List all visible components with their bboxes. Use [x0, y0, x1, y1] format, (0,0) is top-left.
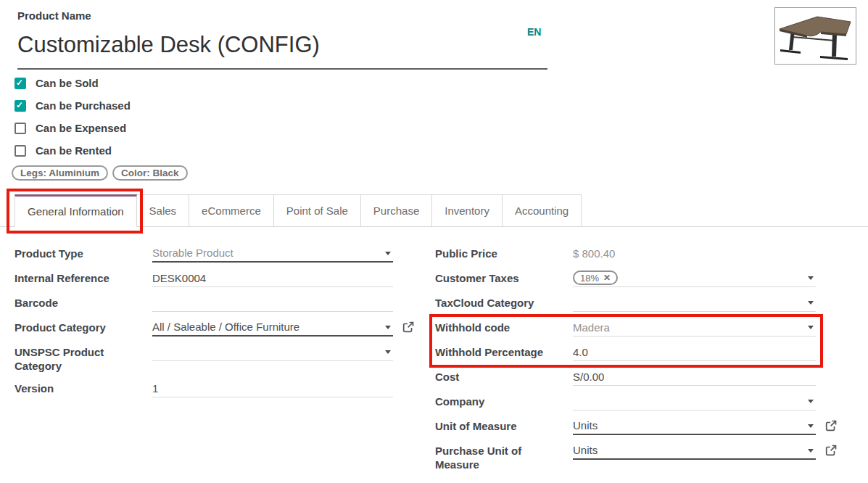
field-input-barcode[interactable]	[152, 294, 393, 312]
product-name-field-label: Product Name	[17, 9, 91, 22]
tax-tag-18: 18%✕	[573, 271, 618, 285]
field-value-version: 1	[152, 382, 158, 395]
external-link-icon[interactable]	[402, 321, 414, 333]
variant-tags: Legs: AluminiumColor: Black	[12, 165, 188, 181]
field-row-product-category: Product CategoryAll / Saleable / Office …	[15, 318, 431, 337]
field-input-withhold-percentage[interactable]: 4.0	[573, 343, 816, 361]
checkbox-label: Can be Expensed	[36, 122, 126, 134]
field-row-unspsc-product-category: UNSPSC Product Category	[15, 343, 431, 373]
field-input-product-type[interactable]: Storable Product	[152, 244, 393, 263]
field-row-product-type: Product TypeStorable Product	[15, 244, 431, 263]
field-row-public-price: Public Price$ 800.40	[435, 244, 868, 263]
fields-right-column: Public Price$ 800.40Customer Taxes18%✕Ta…	[435, 244, 868, 478]
dropdown-caret-icon[interactable]	[808, 400, 814, 403]
checkbox-label: Can be Purchased	[36, 99, 131, 112]
field-label-unspsc-product-category: UNSPSC Product Category	[15, 343, 152, 373]
tab-inventory[interactable]: Inventory	[432, 194, 503, 226]
checkbox-row-can-be-rented: Can be Rented	[15, 144, 131, 157]
checkbox-row-can-be-purchased: ✓Can be Purchased	[15, 99, 131, 112]
checkbox-row-can-be-expensed: Can be Expensed	[15, 122, 131, 134]
field-label-internal-reference: Internal Reference	[15, 269, 152, 285]
checkbox-label: Can be Rented	[36, 144, 112, 157]
field-row-withhold-code: Withhold codeMadera	[435, 318, 868, 337]
odoo-product-form: { "header": { "field_label": "Product Na…	[0, 0, 868, 483]
field-row-customer-taxes: Customer Taxes18%✕	[435, 269, 868, 287]
field-label-customer-taxes: Customer Taxes	[435, 269, 573, 285]
external-link-icon[interactable]	[825, 420, 837, 432]
field-input-internal-reference[interactable]: DESK0004	[152, 269, 393, 287]
field-label-taxcloud-category: TaxCloud Category	[435, 294, 573, 310]
field-label-purchase-unit-of-measure: Purchase Unit of Measure	[435, 442, 573, 471]
language-badge[interactable]: EN	[527, 26, 541, 38]
dropdown-caret-icon[interactable]	[808, 449, 814, 453]
tax-tag-label: 18%	[580, 273, 599, 284]
dropdown-caret-icon[interactable]	[385, 326, 391, 329]
checkbox-can-be-rented[interactable]	[15, 145, 26, 157]
field-input-product-category[interactable]: All / Saleable / Office Furniture	[152, 318, 393, 337]
field-input-version[interactable]: 1	[152, 379, 393, 397]
field-input-purchase-unit-of-measure[interactable]: Units	[573, 442, 816, 460]
field-value-unit-of-measure: Units	[573, 419, 598, 432]
field-row-internal-reference: Internal ReferenceDESK0004	[15, 269, 431, 287]
field-value-purchase-unit-of-measure: Units	[573, 444, 598, 456]
fields-left-column: Product TypeStorable ProductInternal Ref…	[15, 244, 431, 404]
desk-illustration	[775, 8, 856, 64]
checkbox-can-be-sold[interactable]: ✓	[15, 78, 26, 89]
field-label-unit-of-measure: Unit of Measure	[435, 417, 573, 433]
field-label-company: Company	[435, 392, 573, 408]
field-value-public-price: $ 800.40	[573, 247, 615, 260]
field-row-version: Version1	[15, 379, 431, 397]
tab-point-of-sale[interactable]: Point of Sale	[274, 194, 361, 226]
field-label-public-price: Public Price	[435, 244, 573, 260]
field-value-cost: S/0.00	[573, 371, 604, 383]
variant-tag-legs-aluminium[interactable]: Legs: Aluminium	[12, 165, 108, 181]
product-name-input-wrap: Customizable Desk (CONFIG)	[17, 30, 547, 70]
remove-tag-icon[interactable]: ✕	[603, 273, 611, 283]
field-value-internal-reference: DESK0004	[152, 272, 206, 284]
field-row-cost: CostS/0.00	[435, 368, 868, 386]
tab-accounting[interactable]: Accounting	[503, 194, 582, 226]
field-input-unit-of-measure[interactable]: Units	[573, 417, 816, 435]
product-name-input[interactable]: Customizable Desk (CONFIG)	[17, 30, 547, 59]
external-link-icon[interactable]	[825, 445, 837, 456]
field-label-barcode: Barcode	[15, 294, 152, 310]
product-flags: ✓Can be Sold✓Can be PurchasedCan be Expe…	[15, 77, 131, 167]
tab-purchase[interactable]: Purchase	[361, 194, 432, 226]
dropdown-caret-icon[interactable]	[808, 326, 814, 329]
checkbox-can-be-purchased[interactable]: ✓	[15, 100, 26, 112]
checkbox-row-can-be-sold: ✓Can be Sold	[15, 77, 131, 89]
dropdown-caret-icon[interactable]	[808, 424, 814, 428]
notebook-tabbar: General InformationSaleseCommercePoint o…	[0, 194, 868, 227]
field-input-cost[interactable]: S/0.00	[573, 368, 816, 386]
dropdown-caret-icon[interactable]	[385, 252, 391, 255]
field-input-unspsc-product-category[interactable]	[152, 343, 393, 361]
field-input-customer-taxes[interactable]: 18%✕	[573, 269, 816, 287]
field-value-product-category: All / Saleable / Office Furniture	[152, 321, 299, 333]
dropdown-caret-icon[interactable]	[385, 350, 391, 354]
field-row-taxcloud-category: TaxCloud Category	[435, 294, 868, 312]
tab-sales[interactable]: Sales	[137, 194, 190, 226]
checkbox-can-be-expensed[interactable]	[15, 123, 26, 134]
checkmark-icon: ✓	[16, 77, 23, 89]
field-value-product-type: Storable Product	[152, 247, 233, 259]
checkbox-label: Can be Sold	[36, 77, 99, 89]
dropdown-caret-icon[interactable]	[808, 276, 814, 280]
field-value-withhold-percentage: 4.0	[573, 346, 588, 358]
variant-tag-color-black[interactable]: Color: Black	[112, 165, 188, 181]
field-label-product-type: Product Type	[15, 244, 152, 260]
field-input-public-price[interactable]: $ 800.40	[573, 244, 816, 263]
product-image[interactable]	[774, 7, 856, 65]
checkmark-icon: ✓	[16, 99, 23, 112]
field-value-withhold-code: Madera	[573, 321, 610, 334]
field-row-company: Company	[435, 392, 868, 410]
tab-general-information[interactable]: General Information	[15, 194, 137, 226]
dropdown-caret-icon[interactable]	[808, 301, 814, 305]
field-label-version: Version	[15, 379, 152, 395]
tab-ecommerce[interactable]: eCommerce	[189, 194, 274, 226]
field-label-withhold-code: Withhold code	[435, 318, 573, 334]
field-row-unit-of-measure: Unit of MeasureUnits	[435, 417, 868, 435]
field-row-withhold-percentage: Withhold Percentage4.0	[435, 343, 868, 361]
field-input-withhold-code[interactable]: Madera	[573, 318, 816, 337]
field-input-company[interactable]	[573, 392, 816, 410]
field-input-taxcloud-category[interactable]	[573, 294, 816, 312]
